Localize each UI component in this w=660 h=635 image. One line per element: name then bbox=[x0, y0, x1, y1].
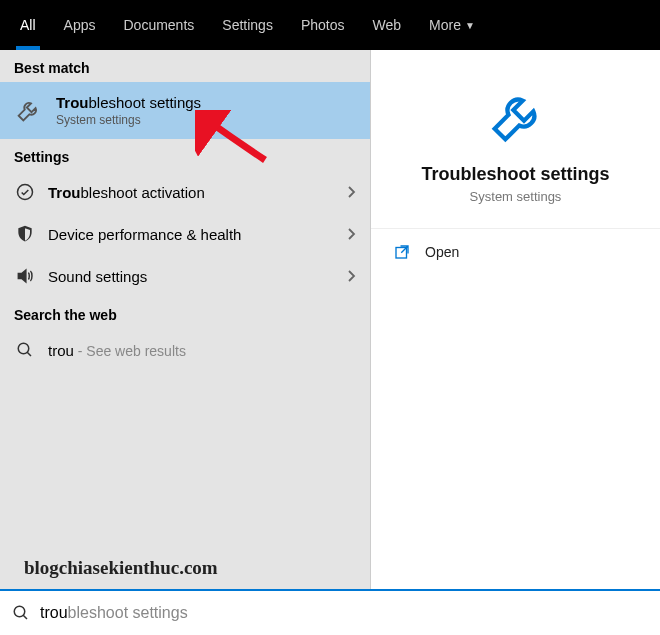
nav-tab-all[interactable]: All bbox=[6, 0, 50, 50]
chevron-right-icon bbox=[346, 227, 356, 241]
nav-tab-photos[interactable]: Photos bbox=[287, 0, 359, 50]
detail-wrench-icon bbox=[381, 86, 650, 150]
svg-point-0 bbox=[18, 185, 33, 200]
sound-icon bbox=[14, 265, 36, 287]
svg-point-4 bbox=[14, 606, 25, 617]
section-best-match: Best match bbox=[0, 50, 370, 82]
section-search-web: Search the web bbox=[0, 297, 370, 329]
nav-tab-documents[interactable]: Documents bbox=[109, 0, 208, 50]
section-settings: Settings bbox=[0, 139, 370, 171]
nav-tab-web[interactable]: Web bbox=[358, 0, 415, 50]
action-label: Open bbox=[425, 244, 459, 260]
shield-icon bbox=[14, 223, 36, 245]
nav-tab-more[interactable]: More▼ bbox=[415, 0, 489, 50]
best-match-title: Troubleshoot settings bbox=[56, 94, 201, 111]
detail-subtitle: System settings bbox=[381, 189, 650, 204]
results-panel: Best match Troubleshoot settings System … bbox=[0, 50, 370, 589]
chevron-right-icon bbox=[346, 185, 356, 199]
svg-line-2 bbox=[27, 352, 31, 356]
web-result-label: trou - See web results bbox=[48, 342, 356, 359]
settings-item-device-performance[interactable]: Device performance & health bbox=[0, 213, 370, 255]
search-input[interactable] bbox=[40, 604, 240, 622]
best-match-result[interactable]: Troubleshoot settings System settings bbox=[0, 82, 370, 139]
svg-line-5 bbox=[23, 615, 27, 619]
settings-item-troubleshoot-activation[interactable]: Troubleshoot activation bbox=[0, 171, 370, 213]
settings-item-label: Device performance & health bbox=[48, 226, 334, 243]
action-open[interactable]: Open bbox=[371, 229, 660, 275]
nav-tab-settings[interactable]: Settings bbox=[208, 0, 287, 50]
open-icon bbox=[393, 243, 411, 261]
top-filter-nav: All Apps Documents Settings Photos Web M… bbox=[0, 0, 660, 50]
search-icon bbox=[12, 604, 30, 622]
settings-item-label: Sound settings bbox=[48, 268, 334, 285]
web-search-result[interactable]: trou - See web results bbox=[0, 329, 370, 371]
search-bar[interactable]: troubleshoot settings bbox=[0, 589, 660, 635]
main-area: Best match Troubleshoot settings System … bbox=[0, 50, 660, 589]
svg-point-1 bbox=[18, 343, 29, 354]
wrench-icon bbox=[14, 97, 42, 125]
settings-item-sound[interactable]: Sound settings bbox=[0, 255, 370, 297]
nav-tab-apps[interactable]: Apps bbox=[50, 0, 110, 50]
detail-title: Troubleshoot settings bbox=[381, 164, 650, 185]
watermark-text: blogchiasekienthuc.com bbox=[24, 557, 218, 579]
search-icon bbox=[14, 339, 36, 361]
detail-panel: Troubleshoot settings System settings Op… bbox=[370, 50, 660, 589]
tick-circle-icon bbox=[14, 181, 36, 203]
chevron-right-icon bbox=[346, 269, 356, 283]
settings-item-label: Troubleshoot activation bbox=[48, 184, 334, 201]
chevron-down-icon: ▼ bbox=[465, 20, 475, 31]
best-match-subtitle: System settings bbox=[56, 113, 201, 127]
